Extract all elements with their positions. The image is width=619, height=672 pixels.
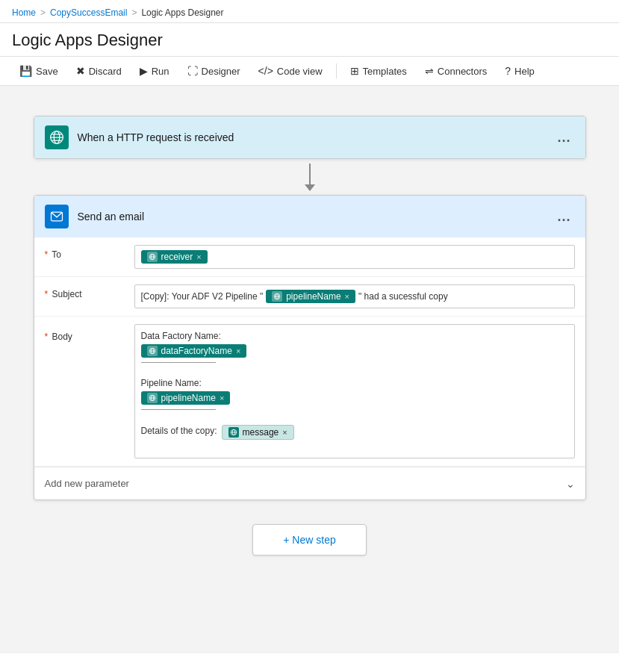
data-factory-token-icon	[147, 346, 158, 356]
page-title: Logic Apps Designer	[0, 23, 619, 56]
message-token[interactable]: message ×	[222, 425, 294, 440]
http-step-card: When a HTTP request is received ...	[34, 116, 586, 159]
pipeline-name-body-close[interactable]: ×	[220, 394, 224, 402]
pipeline-name-subject-close[interactable]: ×	[345, 293, 349, 301]
breadcrumb-sep1: >	[40, 7, 46, 18]
breadcrumb-copy-success[interactable]: CopySuccessEmail	[50, 7, 127, 18]
help-button[interactable]: ? Help	[497, 61, 542, 81]
connectors-button[interactable]: ⇌ Connectors	[417, 61, 494, 81]
breadcrumb-current: Logic Apps Designer	[141, 7, 223, 18]
designer-button[interactable]: ⛶ Designer	[180, 61, 248, 81]
http-step-icon	[45, 125, 69, 149]
add-param-chevron-icon: ⌄	[566, 478, 575, 490]
add-param-row: Add new parameter ⌄	[34, 467, 585, 500]
subject-suffix: " had a sucessful copy	[358, 291, 448, 302]
body-factory-label: Data Factory Name:	[141, 331, 568, 341]
factory-icon-svg	[149, 347, 156, 355]
body-details-prefix: Details of the copy:	[141, 426, 217, 436]
templates-icon: ⊞	[350, 65, 359, 77]
connectors-icon: ⇌	[425, 65, 434, 77]
body-underline-2	[141, 409, 216, 410]
email-step-icon	[45, 205, 69, 228]
save-icon: 💾	[19, 65, 32, 77]
pipeline-name-token[interactable]: pipelineName ×	[266, 290, 355, 303]
discard-button[interactable]: ✖ Discard	[69, 61, 129, 81]
message-icon-svg	[230, 429, 237, 436]
email-step-title: Send an email	[78, 211, 554, 223]
body-section-factory: Data Factory Name: dataFactoryName	[141, 331, 568, 369]
designer-icon: ⛶	[187, 65, 198, 77]
help-icon: ?	[505, 65, 511, 77]
toolbar-separator	[336, 63, 337, 78]
body-section-details: Details of the copy: message	[141, 425, 568, 440]
pipeline-icon-svg	[273, 293, 281, 300]
save-button[interactable]: 💾 Save	[12, 61, 66, 81]
http-step-more-button[interactable]: ...	[554, 127, 575, 148]
email-step-card: Send an email ... * To	[34, 195, 586, 500]
outlook-svg-icon	[49, 209, 64, 224]
code-icon: </>	[258, 65, 273, 77]
body-section-pipeline: Pipeline Name: pipelineName	[141, 378, 568, 416]
receiver-token[interactable]: receiver ×	[141, 250, 208, 264]
pipeline-name-token-icon	[272, 291, 282, 302]
http-step-header[interactable]: When a HTTP request is received ...	[34, 116, 585, 158]
to-field-row: * To receiver	[34, 237, 585, 277]
arrow-head	[305, 184, 315, 191]
flow-arrow	[305, 159, 315, 195]
body-label: * Body	[45, 324, 134, 342]
data-factory-token[interactable]: dataFactoryName ×	[141, 344, 247, 358]
subject-field[interactable]: [Copy]: Your ADF V2 Pipeline " pipelineN…	[134, 284, 575, 308]
subject-prefix: [Copy]: Your ADF V2 Pipeline "	[141, 291, 264, 302]
to-label: * To	[45, 245, 134, 260]
body-pipeline-label: Pipeline Name:	[141, 378, 568, 388]
discard-icon: ✖	[76, 65, 85, 77]
email-step-body: * To receiver	[34, 237, 585, 500]
new-step-container: + New step	[252, 524, 366, 556]
email-step-header[interactable]: Send an email ...	[34, 196, 585, 237]
pipeline-name-body-token[interactable]: pipelineName ×	[141, 391, 231, 405]
subject-field-row: * Subject [Copy]: Your ADF V2 Pipeline "	[34, 277, 585, 317]
flow-container: When a HTTP request is received ... Send…	[34, 116, 586, 556]
breadcrumb-sep2: >	[131, 7, 137, 18]
message-token-close[interactable]: ×	[282, 429, 287, 437]
body-field-row: * Body Data Factory Name:	[34, 317, 585, 467]
receiver-icon-svg	[149, 253, 156, 261]
breadcrumb-home[interactable]: Home	[12, 7, 36, 18]
run-icon: ▶	[140, 65, 148, 77]
subject-label: * Subject	[45, 284, 134, 299]
new-step-button[interactable]: + New step	[252, 524, 366, 556]
arrow-line	[309, 164, 311, 184]
pipeline-name-body-token-icon	[147, 393, 158, 403]
run-button[interactable]: ▶ Run	[132, 61, 177, 81]
body-field[interactable]: Data Factory Name: dataFactoryName	[134, 324, 575, 458]
to-field[interactable]: receiver ×	[134, 245, 575, 269]
add-param-button[interactable]: Add new parameter	[45, 475, 566, 492]
code-view-button[interactable]: </> Code view	[251, 61, 330, 81]
http-step-title: When a HTTP request is received	[78, 131, 554, 143]
pipeline-body-icon-svg	[149, 394, 156, 402]
breadcrumb: Home > CopySuccessEmail > Logic Apps Des…	[0, 0, 619, 23]
body-underline-1	[141, 362, 216, 363]
receiver-token-close[interactable]: ×	[196, 253, 201, 261]
templates-button[interactable]: ⊞ Templates	[343, 61, 414, 81]
data-factory-token-close[interactable]: ×	[236, 347, 240, 355]
designer-canvas: When a HTTP request is received ... Send…	[0, 86, 619, 653]
email-step-more-button[interactable]: ...	[554, 206, 575, 227]
message-token-icon	[228, 427, 239, 438]
receiver-token-icon	[147, 252, 158, 262]
globe-svg-icon	[49, 130, 64, 145]
toolbar: 💾 Save ✖ Discard ▶ Run ⛶ Designer </> Co…	[0, 56, 619, 86]
